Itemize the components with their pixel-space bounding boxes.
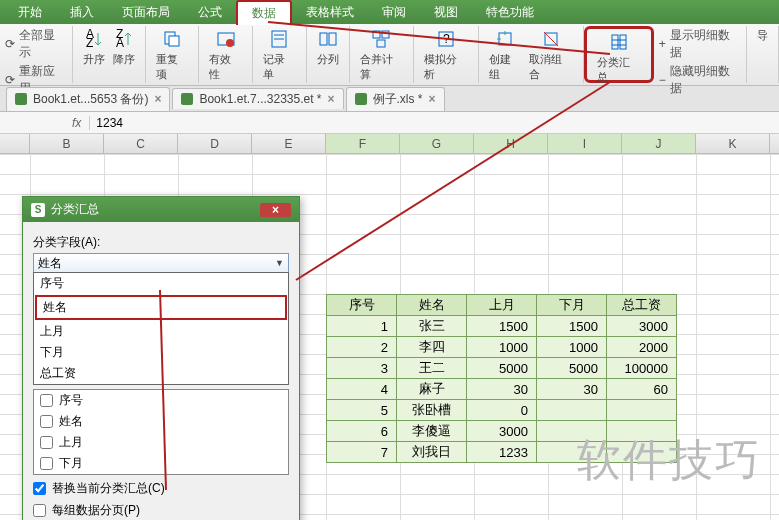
et-icon xyxy=(181,93,193,105)
split-button[interactable]: 分列 xyxy=(313,26,343,69)
doc-tab[interactable]: 例子.xls *× xyxy=(346,87,445,111)
select-all-corner[interactable] xyxy=(0,134,30,153)
col-header[interactable]: I xyxy=(548,134,622,153)
menu-tab[interactable]: 表格样式 xyxy=(292,1,368,24)
field-dropdown: 序号 姓名 上月 下月 总工资 xyxy=(33,272,289,385)
close-icon[interactable]: × xyxy=(154,92,161,106)
menu-tab-data[interactable]: 数据 xyxy=(236,0,292,25)
svg-rect-11 xyxy=(320,33,327,45)
col-header[interactable]: D xyxy=(178,134,252,153)
refresh-icon: ⟳ xyxy=(5,37,15,51)
hide-detail-button[interactable]: −隐藏明细数据 xyxy=(657,62,743,98)
validate-button[interactable]: 有效性 xyxy=(205,26,246,84)
consolidate-button[interactable]: 合并计算 xyxy=(356,26,408,84)
menu-tab[interactable]: 公式 xyxy=(184,1,236,24)
dialog-titlebar[interactable]: S分类汇总 × xyxy=(23,197,299,222)
close-icon[interactable]: × xyxy=(429,92,436,106)
table-header[interactable]: 序号 xyxy=(327,295,397,316)
list-item[interactable]: 总工资 xyxy=(34,474,288,475)
table-header[interactable]: 下月 xyxy=(537,295,607,316)
sort-desc-icon: ZA xyxy=(113,28,135,50)
table-row[interactable]: 3王二50005000100000 xyxy=(327,358,677,379)
dedup-button[interactable]: 重复项 xyxy=(152,26,193,84)
doc-tab[interactable]: Book1.et.7...32335.et *× xyxy=(172,88,343,109)
record-button[interactable]: 记录单 xyxy=(259,26,300,84)
close-icon[interactable]: × xyxy=(328,92,335,106)
list-item[interactable]: 序号 xyxy=(34,390,288,411)
col-header[interactable]: E xyxy=(252,134,326,153)
col-header[interactable]: F xyxy=(326,134,400,153)
dropdown-option[interactable]: 序号 xyxy=(34,273,288,294)
list-item[interactable]: 上月 xyxy=(34,432,288,453)
table-row[interactable]: 5张卧槽0 xyxy=(327,400,677,421)
validate-icon xyxy=(215,28,237,50)
menu-bar: 开始 插入 页面布局 公式 数据 表格样式 审阅 视图 特色功能 xyxy=(0,0,779,24)
table-header[interactable]: 姓名 xyxy=(397,295,467,316)
show-all-button[interactable]: ⟳全部显示 xyxy=(3,26,69,62)
summary-items-list[interactable]: 序号 姓名 上月 下月 总工资 xyxy=(33,389,289,475)
dropdown-option[interactable]: 上月 xyxy=(34,321,288,342)
svg-rect-22 xyxy=(620,35,626,49)
menu-tab[interactable]: 页面布局 xyxy=(108,1,184,24)
et-icon xyxy=(355,93,367,105)
group-button[interactable]: 创建组 xyxy=(485,26,526,84)
menu-tab[interactable]: 审阅 xyxy=(368,1,420,24)
list-item[interactable]: 姓名 xyxy=(34,411,288,432)
col-header[interactable]: C xyxy=(104,134,178,153)
checkbox[interactable] xyxy=(40,436,53,449)
fx-icon[interactable]: fx xyxy=(64,116,90,130)
dialog-title: 分类汇总 xyxy=(51,202,99,216)
checkbox[interactable] xyxy=(40,394,53,407)
col-header[interactable]: K xyxy=(696,134,770,153)
table-row[interactable]: 2李四100010002000 xyxy=(327,337,677,358)
table-row[interactable]: 7刘我日1233 xyxy=(327,442,677,463)
subtotal-button[interactable]: 分类汇总 xyxy=(593,29,645,87)
svg-rect-12 xyxy=(329,33,336,45)
svg-rect-13 xyxy=(373,31,380,38)
checkbox[interactable] xyxy=(40,415,53,428)
menu-tab[interactable]: 插入 xyxy=(56,1,108,24)
table-header[interactable]: 总工资 xyxy=(607,295,677,316)
page-checkbox[interactable]: 每组数据分页(P) xyxy=(33,502,289,519)
svg-rect-5 xyxy=(169,36,179,46)
table-header[interactable]: 上月 xyxy=(467,295,537,316)
show-detail-button[interactable]: +显示明细数据 xyxy=(657,26,743,62)
whatif-icon: ? xyxy=(435,28,457,50)
ungroup-button[interactable]: 取消组合 xyxy=(525,26,577,84)
table-header-row: 序号 姓名 上月 下月 总工资 xyxy=(327,295,677,316)
plus-icon: + xyxy=(659,37,666,51)
consolidate-icon xyxy=(370,28,392,50)
table-row[interactable]: 4麻子303060 xyxy=(327,379,677,400)
svg-text:Z: Z xyxy=(86,36,93,49)
export-button[interactable]: 导 xyxy=(753,26,772,45)
col-header[interactable]: H xyxy=(474,134,548,153)
group-icon xyxy=(494,28,516,50)
menu-tab[interactable]: 视图 xyxy=(420,1,472,24)
dropdown-option[interactable]: 总工资 xyxy=(34,363,288,384)
svg-text:A: A xyxy=(116,36,124,49)
field-combo[interactable]: 姓名▼ xyxy=(33,253,289,273)
table-row[interactable]: 1张三150015003000 xyxy=(327,316,677,337)
doc-tab[interactable]: Book1.et...5653 备份)× xyxy=(6,87,170,111)
table-row[interactable]: 6李傻逼3000 xyxy=(327,421,677,442)
svg-rect-14 xyxy=(382,31,389,38)
dropdown-option[interactable]: 下月 xyxy=(34,342,288,363)
menu-tab[interactable]: 特色功能 xyxy=(472,1,548,24)
svg-rect-21 xyxy=(612,35,618,49)
close-button[interactable]: × xyxy=(260,203,291,217)
menu-tab[interactable]: 开始 xyxy=(4,1,56,24)
col-header[interactable]: G xyxy=(400,134,474,153)
form-icon xyxy=(268,28,290,50)
column-headers: B C D E F G H I J K xyxy=(0,134,779,154)
svg-text:?: ? xyxy=(443,32,450,46)
list-item[interactable]: 下月 xyxy=(34,453,288,474)
replace-checkbox[interactable]: 替换当前分类汇总(C) xyxy=(33,480,289,497)
col-header[interactable]: J xyxy=(622,134,696,153)
dropdown-option[interactable]: 姓名 xyxy=(35,295,287,320)
col-header[interactable]: B xyxy=(30,134,104,153)
whatif-button[interactable]: ?模拟分析 xyxy=(420,26,472,84)
sort-asc-button[interactable]: AZ升序 xyxy=(79,26,109,69)
sort-desc-button[interactable]: ZA降序 xyxy=(109,26,139,69)
formula-input[interactable]: 1234 xyxy=(90,116,129,130)
checkbox[interactable] xyxy=(40,457,53,470)
